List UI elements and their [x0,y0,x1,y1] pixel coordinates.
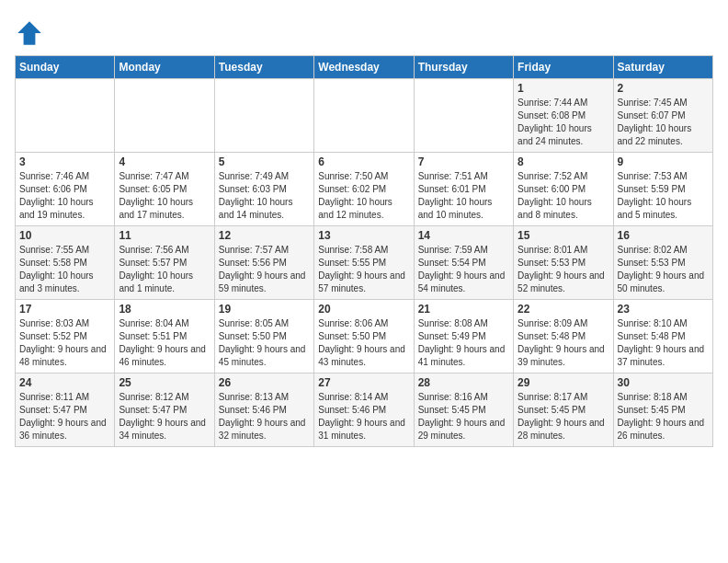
weekday-header: Sunday [16,56,115,79]
day-number: 26 [219,376,310,389]
calendar-cell: 2Sunrise: 7:45 AM Sunset: 6:07 PM Daylig… [613,79,712,153]
calendar-cell [115,79,214,153]
day-info: Sunrise: 8:13 AM Sunset: 5:46 PM Dayligh… [219,391,310,442]
calendar-cell: 3Sunrise: 7:46 AM Sunset: 6:06 PM Daylig… [16,153,115,226]
day-number: 27 [318,376,409,389]
calendar-cell: 21Sunrise: 8:08 AM Sunset: 5:49 PM Dayli… [414,300,513,373]
weekday-header: Thursday [414,56,513,79]
day-info: Sunrise: 7:56 AM Sunset: 5:57 PM Dayligh… [119,244,210,295]
day-info: Sunrise: 8:10 AM Sunset: 5:48 PM Dayligh… [618,317,709,369]
day-number: 22 [518,303,609,316]
calendar-table: SundayMondayTuesdayWednesdayThursdayFrid… [15,55,713,447]
header-row: SundayMondayTuesdayWednesdayThursdayFrid… [16,56,713,79]
day-number: 6 [318,155,409,168]
day-info: Sunrise: 8:11 AM Sunset: 5:47 PM Dayligh… [19,391,110,442]
day-info: Sunrise: 7:51 AM Sunset: 6:01 PM Dayligh… [418,170,509,222]
day-number: 17 [19,303,110,316]
calendar-week-row: 17Sunrise: 8:03 AM Sunset: 5:52 PM Dayli… [16,300,713,373]
day-number: 2 [618,82,709,95]
day-info: Sunrise: 7:47 AM Sunset: 6:05 PM Dayligh… [119,170,210,222]
calendar-week-row: 10Sunrise: 7:55 AM Sunset: 5:58 PM Dayli… [16,226,713,300]
day-number: 21 [418,303,509,316]
calendar-cell: 24Sunrise: 8:11 AM Sunset: 5:47 PM Dayli… [16,373,115,447]
day-info: Sunrise: 7:52 AM Sunset: 6:00 PM Dayligh… [518,170,609,222]
calendar-cell: 27Sunrise: 8:14 AM Sunset: 5:46 PM Dayli… [314,373,414,447]
calendar-body: 1Sunrise: 7:44 AM Sunset: 6:08 PM Daylig… [16,79,713,447]
day-number: 30 [618,376,709,389]
day-number: 7 [418,155,509,168]
day-number: 1 [518,82,609,95]
calendar-cell: 12Sunrise: 7:57 AM Sunset: 5:56 PM Dayli… [214,226,313,300]
day-number: 9 [618,155,709,168]
calendar-cell: 25Sunrise: 8:12 AM Sunset: 5:47 PM Dayli… [115,373,214,447]
calendar-cell: 10Sunrise: 7:55 AM Sunset: 5:58 PM Dayli… [16,226,115,300]
day-number: 4 [119,155,210,168]
calendar-week-row: 1Sunrise: 7:44 AM Sunset: 6:08 PM Daylig… [16,79,713,153]
calendar-week-row: 24Sunrise: 8:11 AM Sunset: 5:47 PM Dayli… [16,373,713,447]
day-number: 16 [618,229,709,242]
day-info: Sunrise: 8:14 AM Sunset: 5:46 PM Dayligh… [318,391,409,442]
calendar-cell: 13Sunrise: 7:58 AM Sunset: 5:55 PM Dayli… [314,226,414,300]
calendar-week-row: 3Sunrise: 7:46 AM Sunset: 6:06 PM Daylig… [16,153,713,226]
day-info: Sunrise: 7:50 AM Sunset: 6:02 PM Dayligh… [318,170,409,222]
day-number: 29 [518,376,609,389]
weekday-header: Friday [514,56,613,79]
calendar-cell: 26Sunrise: 8:13 AM Sunset: 5:46 PM Dayli… [214,373,313,447]
weekday-header: Tuesday [214,56,313,79]
page-header [15,15,713,48]
day-number: 8 [518,155,609,168]
calendar-cell: 15Sunrise: 8:01 AM Sunset: 5:53 PM Dayli… [514,226,613,300]
calendar-cell: 23Sunrise: 8:10 AM Sunset: 5:48 PM Dayli… [613,300,712,373]
day-info: Sunrise: 8:06 AM Sunset: 5:50 PM Dayligh… [318,317,409,369]
weekday-header: Monday [115,56,214,79]
logo [15,18,48,48]
weekday-header: Saturday [613,56,712,79]
day-number: 11 [119,229,210,242]
day-info: Sunrise: 7:58 AM Sunset: 5:55 PM Dayligh… [318,244,409,295]
calendar-cell: 29Sunrise: 8:17 AM Sunset: 5:45 PM Dayli… [514,373,613,447]
day-info: Sunrise: 7:45 AM Sunset: 6:07 PM Dayligh… [618,97,709,148]
day-number: 28 [418,376,509,389]
day-number: 19 [219,303,310,316]
day-info: Sunrise: 7:57 AM Sunset: 5:56 PM Dayligh… [219,244,310,295]
day-number: 24 [19,376,110,389]
calendar-cell [214,79,313,153]
day-info: Sunrise: 7:55 AM Sunset: 5:58 PM Dayligh… [19,244,110,295]
day-number: 25 [119,376,210,389]
day-number: 12 [219,229,310,242]
calendar-cell: 16Sunrise: 8:02 AM Sunset: 5:53 PM Dayli… [613,226,712,300]
day-info: Sunrise: 8:08 AM Sunset: 5:49 PM Dayligh… [418,317,509,369]
day-number: 14 [418,229,509,242]
day-number: 3 [19,155,110,168]
day-number: 18 [119,303,210,316]
calendar-cell [414,79,513,153]
day-number: 10 [19,229,110,242]
calendar-cell: 28Sunrise: 8:16 AM Sunset: 5:45 PM Dayli… [414,373,513,447]
calendar-cell: 22Sunrise: 8:09 AM Sunset: 5:48 PM Dayli… [514,300,613,373]
day-info: Sunrise: 8:12 AM Sunset: 5:47 PM Dayligh… [119,391,210,442]
calendar-cell: 20Sunrise: 8:06 AM Sunset: 5:50 PM Dayli… [314,300,414,373]
day-info: Sunrise: 8:03 AM Sunset: 5:52 PM Dayligh… [19,317,110,369]
calendar-cell: 8Sunrise: 7:52 AM Sunset: 6:00 PM Daylig… [514,153,613,226]
logo-icon [15,18,44,48]
calendar-cell: 19Sunrise: 8:05 AM Sunset: 5:50 PM Dayli… [214,300,313,373]
day-info: Sunrise: 7:53 AM Sunset: 5:59 PM Dayligh… [618,170,709,222]
day-number: 23 [618,303,709,316]
calendar-cell [314,79,414,153]
day-number: 5 [219,155,310,168]
day-info: Sunrise: 8:17 AM Sunset: 5:45 PM Dayligh… [518,391,609,442]
calendar-cell: 9Sunrise: 7:53 AM Sunset: 5:59 PM Daylig… [613,153,712,226]
day-info: Sunrise: 7:49 AM Sunset: 6:03 PM Dayligh… [219,170,310,222]
day-info: Sunrise: 7:44 AM Sunset: 6:08 PM Dayligh… [518,97,609,148]
calendar-cell: 14Sunrise: 7:59 AM Sunset: 5:54 PM Dayli… [414,226,513,300]
calendar-cell: 6Sunrise: 7:50 AM Sunset: 6:02 PM Daylig… [314,153,414,226]
day-info: Sunrise: 8:16 AM Sunset: 5:45 PM Dayligh… [418,391,509,442]
day-info: Sunrise: 8:18 AM Sunset: 5:45 PM Dayligh… [618,391,709,442]
calendar-cell: 1Sunrise: 7:44 AM Sunset: 6:08 PM Daylig… [514,79,613,153]
day-info: Sunrise: 7:59 AM Sunset: 5:54 PM Dayligh… [418,244,509,295]
calendar-cell: 4Sunrise: 7:47 AM Sunset: 6:05 PM Daylig… [115,153,214,226]
day-number: 20 [318,303,409,316]
calendar-cell: 11Sunrise: 7:56 AM Sunset: 5:57 PM Dayli… [115,226,214,300]
day-info: Sunrise: 7:46 AM Sunset: 6:06 PM Dayligh… [19,170,110,222]
weekday-header: Wednesday [314,56,414,79]
